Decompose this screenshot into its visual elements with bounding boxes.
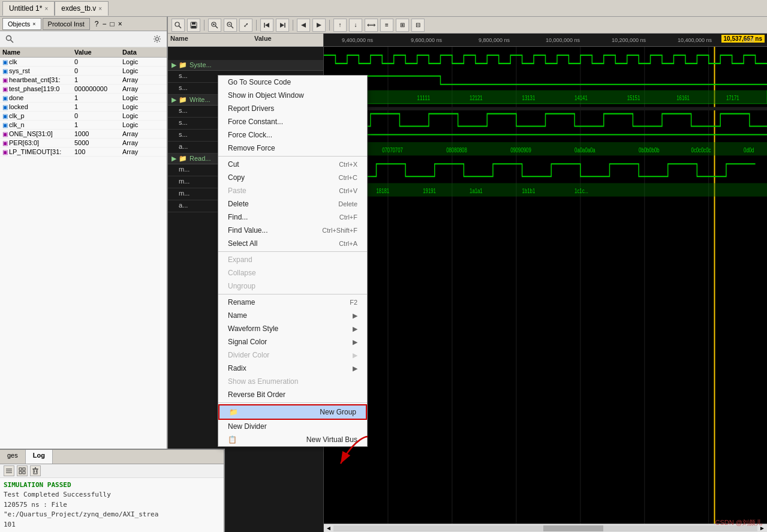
- snap-btn[interactable]: ⟺: [365, 19, 378, 32]
- panel-tab-bar: Objects × Protocol Inst ? − □ ×: [0, 17, 167, 31]
- cm-radix[interactable]: Radix ▶: [218, 362, 367, 375]
- cm-signal-color[interactable]: Signal Color ▶: [218, 335, 367, 348]
- cm-new-divider[interactable]: New Divider: [218, 420, 367, 433]
- table-row[interactable]: ▣heartbeat_cnt[31: 1 Array: [0, 76, 167, 85]
- sim-passed-text: SIMULATION PASSED: [4, 480, 220, 491]
- cm-sep3: [218, 294, 367, 294]
- table-row[interactable]: ▣clk 0 Logic: [0, 58, 167, 67]
- objects-table-header: Name Value Data: [0, 47, 167, 58]
- fit-btn[interactable]: ⤢: [239, 19, 252, 32]
- cm-force-constant[interactable]: Force Constant...: [218, 115, 367, 128]
- cm-new-group[interactable]: 📁 New Group: [218, 404, 367, 420]
- table-row[interactable]: ▣done 1 Logic: [0, 94, 167, 103]
- zoom-out-btn[interactable]: [224, 19, 237, 32]
- scroll-left-wave-btn[interactable]: [297, 19, 310, 32]
- toolbar-sep4: [329, 20, 330, 31]
- cm-force-clock[interactable]: Force Clock...: [218, 128, 367, 142]
- tab-protocol-inst[interactable]: Protocol Inst: [43, 18, 90, 30]
- wave-toolbar: ⤢ ↑ ↓ ⟺: [168, 17, 767, 34]
- search-btn[interactable]: [172, 19, 185, 32]
- go-start-btn[interactable]: [260, 19, 273, 32]
- tab-objects[interactable]: Objects ×: [2, 18, 41, 30]
- col-data: Data: [122, 49, 158, 56]
- table-row[interactable]: ▣PER[63:0] 5000 Array: [0, 139, 167, 148]
- log-file-text: 120575 ns : File "e:/Quartus_Project/zyn…: [4, 500, 220, 520]
- grid-view-btn[interactable]: [17, 465, 28, 476]
- expand-btn[interactable]: ⊟: [411, 19, 425, 32]
- arrow-btn[interactable]: ↑: [333, 19, 347, 32]
- svg-text:17171: 17171: [726, 94, 739, 102]
- cm-show-object-window[interactable]: Show in Object Window: [218, 89, 367, 102]
- svg-rect-37: [324, 107, 767, 110]
- cm-collapse[interactable]: Collapse: [218, 266, 367, 279]
- wave-header: Name Value: [168, 34, 323, 47]
- time-mark-5: 10,200,000 ns: [612, 37, 646, 43]
- table-row[interactable]: ▣locked 1 Logic: [0, 103, 167, 112]
- svg-point-2: [156, 38, 159, 41]
- tab-exdes[interactable]: exdes_tb.v ×: [55, 1, 109, 16]
- tab-ges[interactable]: ges: [0, 450, 26, 464]
- trash-btn[interactable]: [30, 465, 41, 476]
- wave-scroll-track[interactable]: [333, 525, 757, 531]
- cm-rename[interactable]: Rename F2: [218, 296, 367, 309]
- zoom-in-btn[interactable]: [208, 19, 221, 32]
- table-row[interactable]: ▣LP_TIMEOUT[31: 100 Array: [0, 148, 167, 157]
- log-content: SIMULATION PASSED Test Completed Success…: [0, 478, 224, 533]
- menu-btn[interactable]: ≡: [380, 19, 393, 32]
- tab-objects-close[interactable]: ×: [32, 21, 35, 27]
- cm-select-all[interactable]: Select All Ctrl+A: [218, 237, 367, 250]
- table-row[interactable]: ▣sys_rst 0 Logic: [0, 67, 167, 76]
- cm-paste[interactable]: Paste Ctrl+V: [218, 184, 367, 197]
- cm-remove-force[interactable]: Remove Force: [218, 142, 367, 155]
- cm-divider-color[interactable]: Divider Color ▶: [218, 348, 367, 362]
- arrow-down-btn[interactable]: ↓: [349, 19, 362, 32]
- cm-copy[interactable]: Copy Ctrl+C: [218, 171, 367, 184]
- minimize-icon[interactable]: −: [102, 20, 106, 28]
- help-icon[interactable]: ?: [95, 20, 99, 28]
- maximize-icon[interactable]: □: [110, 20, 114, 28]
- bottom-tab-bar: ges Log: [0, 450, 224, 464]
- new-group-icon: 📁: [229, 408, 238, 416]
- tab-log[interactable]: Log: [26, 450, 53, 464]
- wave-scrollbar[interactable]: ◄ ►: [324, 524, 767, 532]
- tab-objects-label: Objects: [8, 20, 30, 28]
- save-btn[interactable]: [187, 19, 200, 32]
- wave-scroll-thumb[interactable]: [543, 525, 603, 531]
- scroll-right-wave-btn[interactable]: [312, 19, 326, 32]
- list-view-btn[interactable]: [4, 465, 14, 476]
- table-row[interactable]: ▣test_phase[119:0 000000000 Array: [0, 85, 167, 94]
- go-end-btn[interactable]: [276, 19, 289, 32]
- search-icon[interactable]: [4, 33, 16, 45]
- cm-new-virtual-bus[interactable]: 📋 New Virtual Bus: [218, 433, 367, 446]
- cm-find-value[interactable]: Find Value... Ctrl+Shift+F: [218, 224, 367, 237]
- svg-text:0d0d: 0d0d: [744, 146, 754, 154]
- svg-rect-57: [19, 471, 22, 474]
- cm-delete[interactable]: Delete Delete: [218, 197, 367, 211]
- cm-report-drivers[interactable]: Report Drivers: [218, 102, 367, 115]
- cm-expand[interactable]: Expand: [218, 253, 367, 266]
- tab-untitled[interactable]: Untitled 1* ×: [2, 1, 55, 16]
- svg-rect-7: [191, 26, 196, 28]
- cm-go-to-source[interactable]: Go To Source Code: [218, 76, 367, 89]
- tab-exdes-label: exdes_tb.v: [61, 4, 96, 13]
- cm-waveform-style[interactable]: Waveform Style ▶: [218, 322, 367, 335]
- cm-reverse-bit-order[interactable]: Reverse Bit Order: [218, 388, 367, 401]
- ruler-btn[interactable]: ⊞: [396, 19, 409, 32]
- cm-show-enumeration[interactable]: Show as Enumeration: [218, 375, 367, 388]
- tab-exdes-close[interactable]: ×: [98, 5, 102, 12]
- cm-name[interactable]: Name ▶: [218, 309, 367, 322]
- cm-ungroup[interactable]: Ungroup: [218, 279, 367, 293]
- close-panel-icon[interactable]: ×: [118, 20, 122, 28]
- cm-cut[interactable]: Cut Ctrl+X: [218, 158, 367, 171]
- table-row[interactable]: ▣clk_n 1 Logic: [0, 121, 167, 130]
- table-row[interactable]: ▣ONE_NS[31:0] 1000 Array: [0, 130, 167, 139]
- cm-find[interactable]: Find... Ctrl+F: [218, 211, 367, 224]
- time-mark-6: 10,400,000 ns: [678, 37, 712, 43]
- gear-icon[interactable]: [151, 33, 163, 45]
- wave-scroll-left[interactable]: ◄: [324, 525, 333, 531]
- svg-text:08080808: 08080808: [446, 146, 467, 154]
- tab-untitled-close[interactable]: ×: [44, 5, 48, 12]
- table-row[interactable]: ▣clk_p 0 Logic: [0, 112, 167, 121]
- cm-sep4: [218, 402, 367, 403]
- svg-text:18181: 18181: [377, 187, 390, 195]
